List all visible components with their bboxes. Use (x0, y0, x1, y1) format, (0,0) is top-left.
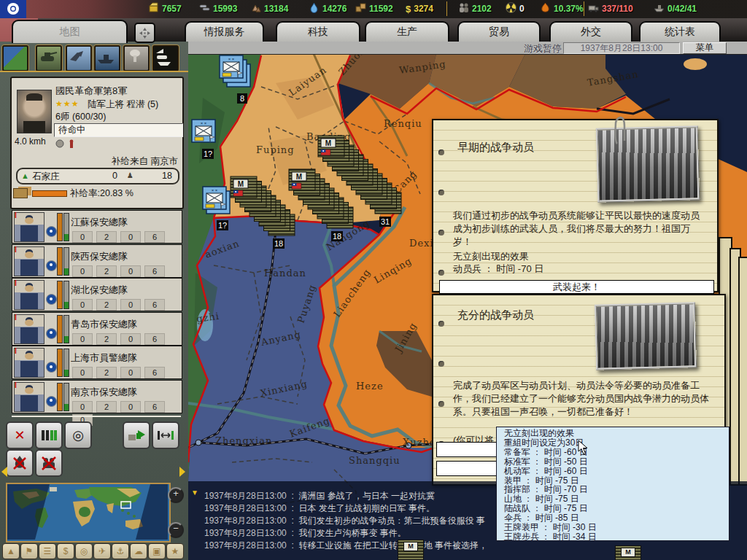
naval-units-filter-button[interactable] (94, 45, 120, 71)
tab-情报服务[interactable]: 情报服务 (185, 21, 264, 42)
mapmode-revolt-risk-button[interactable]: ☰ (39, 543, 56, 559)
zoom-out-button[interactable]: − (168, 522, 184, 538)
location-box[interactable]: ▲ 石家庄 0 ♟ 18 (16, 168, 179, 184)
scorched-earth-button[interactable] (6, 449, 34, 477)
province-value: 0 (112, 171, 117, 181)
unit-status: 待命中 (54, 123, 183, 137)
tooltip-line: 王牌步兵 ： 时间 -34 日 (504, 532, 729, 542)
no-reinforce-button[interactable] (35, 449, 63, 477)
stat-value: 0 (72, 333, 93, 345)
province-capacity: 18 (162, 171, 172, 181)
mobilization-tooltip: 无立刻出现的效果重組时间设定为30日常备军 ： 时间 -60 日标准军 ： 时间… (496, 427, 729, 541)
division-row[interactable]: I上海市員警總隊02060 (12, 346, 182, 379)
infantry-counter[interactable]: × × (203, 187, 230, 214)
infantry-counter[interactable]: × × (220, 55, 250, 87)
stat-value: 2 (96, 231, 117, 243)
divider (12, 416, 181, 417)
resource-value: 13184 (264, 4, 288, 14)
resource-value: 337/110 (602, 4, 633, 14)
mapmode-naval-button[interactable]: ⚓ (112, 543, 129, 559)
division-name: 上海市員警總隊 (71, 351, 137, 365)
svg-text:M: M (325, 139, 331, 147)
event-choice-button-partial[interactable] (436, 461, 500, 476)
stat-value: 0 (120, 299, 141, 311)
transports-icon (588, 2, 599, 16)
event-window-early-mobilization: 早期的战争动员 我们通过初步的战争动员系统能够让平民以最快的速度动员成为初步训练… (432, 119, 719, 292)
organization-bar (57, 349, 63, 377)
scroll-left-arrow[interactable] (1, 467, 7, 477)
tab-统计表[interactable]: 统计表 (639, 21, 721, 42)
militia-counter-small[interactable] (615, 545, 641, 560)
date-display: 1937年8月28日13:00 (563, 42, 680, 54)
tab-科技[interactable]: 科技 (276, 21, 360, 42)
organization-bar (57, 247, 63, 276)
tab-地图[interactable]: 地图 (12, 20, 128, 43)
disband-button[interactable]: ✕ (6, 421, 34, 449)
province-label: Handan (264, 268, 306, 279)
zoom-in-button[interactable]: + (168, 487, 184, 503)
all-units-filter-button[interactable] (152, 45, 179, 71)
stat-value: 2 (96, 299, 117, 311)
paper-hole (438, 230, 444, 236)
log-collapse-icon[interactable]: ▼ (191, 489, 198, 497)
tab-外交[interactable]: 外交 (549, 21, 632, 42)
soldier-portrait (14, 280, 44, 310)
minimap[interactable] (6, 483, 171, 542)
air-units-filter-button[interactable] (66, 45, 92, 71)
strength-bar (63, 349, 69, 377)
mapmode-weather-button[interactable]: ☁ (130, 543, 147, 559)
menu-button[interactable]: 菜单 (683, 42, 727, 54)
division-row[interactable]: I湖北保安總隊02060 (12, 278, 182, 311)
mapmode-political-button[interactable]: ⚑ (20, 543, 38, 559)
reinforce-button[interactable] (35, 421, 63, 449)
spread-icon (157, 429, 174, 441)
log-time: 1937年8月28日13:00 (204, 516, 287, 526)
svg-text:18: 18 (333, 232, 341, 241)
oil-icon (309, 2, 320, 16)
rank-stars: ★★★ (55, 99, 80, 109)
strength-bar (63, 383, 69, 411)
tab-生产[interactable]: 生产 (365, 21, 449, 42)
event-choice-button-partial[interactable] (436, 442, 500, 457)
infantry-counter[interactable]: × × (192, 120, 215, 142)
truck-arrow-icon (128, 429, 145, 442)
main-tab-bar: 地图情报服务科技生产贸易外交统计表 (0, 18, 747, 42)
mapmode-terrain-button[interactable]: ▲ (2, 543, 20, 559)
svg-text:31: 31 (381, 217, 390, 226)
militia-counter-small[interactable] (398, 540, 424, 560)
map-filter-button[interactable] (2, 45, 28, 71)
commander-name[interactable]: 陆军上将 程潜 (5) (88, 98, 158, 111)
soldier-portrait (14, 246, 44, 276)
nuclear-icon (506, 2, 516, 16)
log-text: : 我们发生卢沟桥事变 事件。 (287, 528, 406, 538)
mapmode-victory-button[interactable]: ★ (166, 543, 184, 559)
scroll-right-arrow[interactable] (179, 467, 185, 477)
objective-button[interactable]: ◎ (64, 421, 92, 449)
event-choice-button[interactable]: 武装起来！ (439, 280, 714, 294)
mapmode-aviation-button[interactable]: ✈ (93, 543, 111, 559)
mapmode-resources-button[interactable]: ◎ (75, 543, 93, 559)
log-text: : 我们发生初步的战争动员：第二批预备役服役 事 (287, 516, 485, 526)
soldier-portrait (14, 212, 44, 242)
status-strip: 游戏暂停 1937年8月28日13:00 菜单 (188, 42, 747, 55)
province-label: Fuping (256, 144, 295, 155)
division-row[interactable]: I陕西保安總隊02060 (12, 244, 182, 278)
svg-text:18: 18 (274, 239, 283, 248)
unit-spacing-button[interactable] (152, 421, 179, 449)
event-title: 充分的战争动员 (457, 308, 534, 322)
stat-value: 0 (120, 265, 141, 277)
svg-text:8: 8 (240, 94, 244, 103)
stat-value: 6 (144, 299, 165, 311)
resource-value: 14276 (322, 4, 347, 14)
land-units-filter-button[interactable] (36, 45, 62, 71)
transport-button[interactable] (123, 421, 150, 449)
division-row[interactable]: I江蘇保安總隊02060 (12, 210, 182, 244)
detach-window-button[interactable] (134, 23, 155, 43)
division-row[interactable]: I青岛市保安總隊02060 (12, 312, 182, 346)
division-row[interactable]: I南京市保安總隊02060 (12, 380, 182, 413)
tab-贸易[interactable]: 贸易 (457, 21, 541, 42)
resource-transports: 337/110 (588, 2, 633, 15)
mapmode-supply-button[interactable]: ▣ (148, 543, 166, 559)
mapmode-economy-button[interactable]: $ (57, 543, 74, 559)
nuke-filter-button[interactable] (123, 45, 150, 71)
